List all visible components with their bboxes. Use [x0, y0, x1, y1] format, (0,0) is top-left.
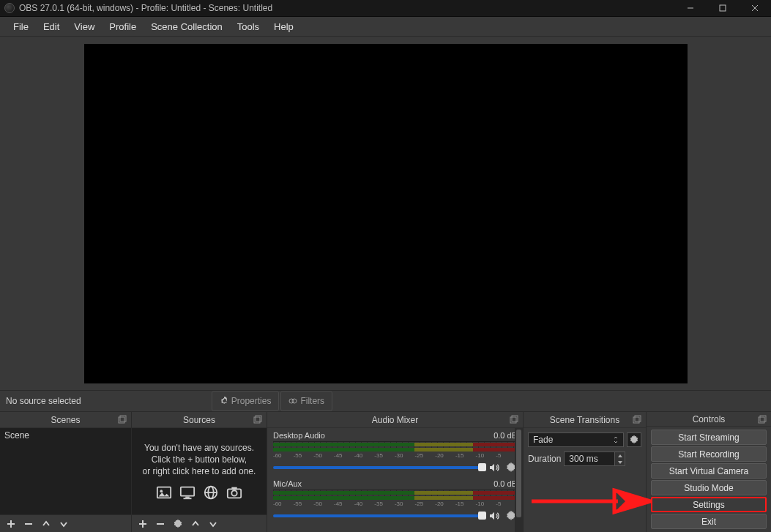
- menu-profile[interactable]: Profile: [102, 18, 144, 35]
- scene-list[interactable]: Scene: [0, 428, 131, 514]
- volume-slider[interactable]: [273, 514, 483, 517]
- svg-rect-6: [119, 417, 124, 423]
- preview-area: [0, 37, 771, 390]
- scrollbar[interactable]: [515, 428, 523, 532]
- source-selection-status: No source selected: [0, 396, 87, 406]
- window-title: OBS 27.0.1 (64-bit, windows) - Profile: …: [19, 3, 674, 13]
- minimize-button[interactable]: [674, 0, 707, 17]
- controls-panel: Controls Start Streaming Start Recording…: [647, 412, 771, 532]
- menu-bar: File Edit View Profile Scene Collection …: [0, 17, 771, 37]
- popout-icon[interactable]: [118, 415, 127, 424]
- transition-select[interactable]: Fade: [528, 432, 624, 447]
- svg-rect-29: [512, 416, 518, 422]
- source-info-bar: No source selected Properties Filters: [0, 390, 771, 412]
- volume-slider[interactable]: [273, 466, 483, 469]
- properties-button[interactable]: Properties: [212, 391, 280, 411]
- globe-icon: [202, 484, 220, 501]
- sources-header: Sources: [132, 412, 267, 428]
- svg-rect-22: [231, 487, 236, 490]
- move-scene-up-button[interactable]: [38, 517, 54, 531]
- menu-edit[interactable]: Edit: [36, 18, 67, 35]
- move-scene-down-button[interactable]: [56, 517, 72, 531]
- meter-tick-labels: -60-55-50-45-40-35-30-25-20-15-10-50: [273, 501, 517, 507]
- settings-button[interactable]: Settings: [651, 497, 767, 512]
- track-name: Mic/Aux: [273, 479, 302, 488]
- svg-rect-33: [635, 416, 641, 422]
- source-type-icons: [155, 484, 243, 501]
- scenes-header: Scenes: [0, 412, 131, 428]
- scenes-toolbar: [0, 514, 131, 532]
- move-source-down-button[interactable]: [205, 517, 221, 531]
- svg-rect-15: [181, 487, 194, 496]
- track-name: Desktop Audio: [273, 431, 325, 440]
- menu-help[interactable]: Help: [267, 18, 301, 35]
- menu-tools[interactable]: Tools: [230, 18, 267, 35]
- spin-up-button[interactable]: [614, 452, 625, 459]
- obs-app-icon: [4, 3, 15, 13]
- move-source-up-button[interactable]: [187, 517, 204, 531]
- remove-source-button[interactable]: [152, 517, 168, 531]
- spin-down-button[interactable]: [614, 459, 625, 465]
- preview-canvas[interactable]: [84, 44, 688, 383]
- volume-meter: [273, 490, 517, 500]
- svg-rect-12: [256, 416, 261, 422]
- duration-spinbox[interactable]: [564, 452, 625, 466]
- remove-scene-button[interactable]: [21, 517, 37, 531]
- popout-icon[interactable]: [510, 415, 518, 424]
- popout-icon[interactable]: [633, 415, 641, 424]
- docks-row: Scenes Scene Sources You don't have any …: [0, 412, 771, 532]
- start-recording-button[interactable]: Start Recording: [651, 446, 767, 462]
- svg-rect-1: [720, 5, 726, 11]
- audio-mixer-header: Audio Mixer: [267, 412, 523, 428]
- svg-rect-36: [760, 416, 766, 422]
- sources-toolbar: [132, 514, 267, 532]
- svg-rect-28: [510, 417, 516, 423]
- maximize-button[interactable]: [707, 0, 739, 17]
- exit-button[interactable]: Exit: [651, 514, 767, 529]
- scenes-panel: Scenes Scene: [0, 412, 132, 532]
- close-button[interactable]: [739, 0, 771, 17]
- image-icon: [155, 484, 173, 501]
- track-level: 0.0 dB: [493, 479, 517, 488]
- source-settings-button[interactable]: [170, 517, 186, 531]
- scene-item[interactable]: Scene: [0, 428, 131, 443]
- gear-icon: [220, 397, 228, 405]
- svg-point-23: [231, 491, 236, 496]
- sources-panel: Sources You don't have any sources. Clic…: [132, 412, 267, 532]
- display-icon: [179, 484, 196, 501]
- duration-label: Duration: [528, 454, 561, 464]
- chevron-updown-icon: [613, 435, 619, 444]
- speaker-icon[interactable]: [488, 462, 501, 473]
- transition-settings-button[interactable]: [627, 432, 641, 447]
- track-level: 0.0 dB: [493, 431, 517, 440]
- studio-mode-button[interactable]: Studio Mode: [651, 480, 767, 495]
- svg-rect-32: [633, 417, 639, 423]
- add-scene-button[interactable]: [3, 517, 19, 531]
- camera-icon: [226, 484, 243, 501]
- svg-rect-35: [759, 417, 764, 423]
- scene-transitions-header: Scene Transitions: [524, 412, 646, 428]
- popout-icon[interactable]: [253, 415, 262, 424]
- duration-input[interactable]: [565, 454, 614, 464]
- menu-file[interactable]: File: [6, 18, 36, 35]
- svg-point-5: [292, 399, 297, 403]
- popout-icon[interactable]: [758, 415, 767, 424]
- audio-track-desktop: Desktop Audio 0.0 dB -60-55-50-45-40-35-…: [273, 431, 517, 473]
- controls-header: Controls: [647, 412, 771, 427]
- start-virtual-camera-button[interactable]: Start Virtual Camera: [651, 463, 767, 479]
- volume-meter: [273, 441, 517, 452]
- audio-track-mic: Mic/Aux 0.0 dB -60-55-50-45-40-35-30-25-…: [273, 479, 517, 522]
- speaker-icon[interactable]: [488, 510, 501, 522]
- scene-transitions-panel: Scene Transitions Fade Duration: [524, 412, 647, 532]
- svg-rect-11: [254, 417, 260, 423]
- filters-icon: [288, 397, 297, 405]
- filters-button[interactable]: Filters: [280, 391, 332, 411]
- svg-point-14: [160, 490, 163, 493]
- add-source-button[interactable]: [135, 517, 151, 531]
- menu-scene-collection[interactable]: Scene Collection: [144, 18, 230, 35]
- sources-empty-state[interactable]: You don't have any sources. Click the + …: [132, 428, 267, 514]
- svg-rect-16: [185, 497, 190, 498]
- menu-view[interactable]: View: [67, 18, 102, 35]
- controls-body: Start Streaming Start Recording Start Vi…: [647, 427, 771, 532]
- start-streaming-button[interactable]: Start Streaming: [651, 430, 767, 445]
